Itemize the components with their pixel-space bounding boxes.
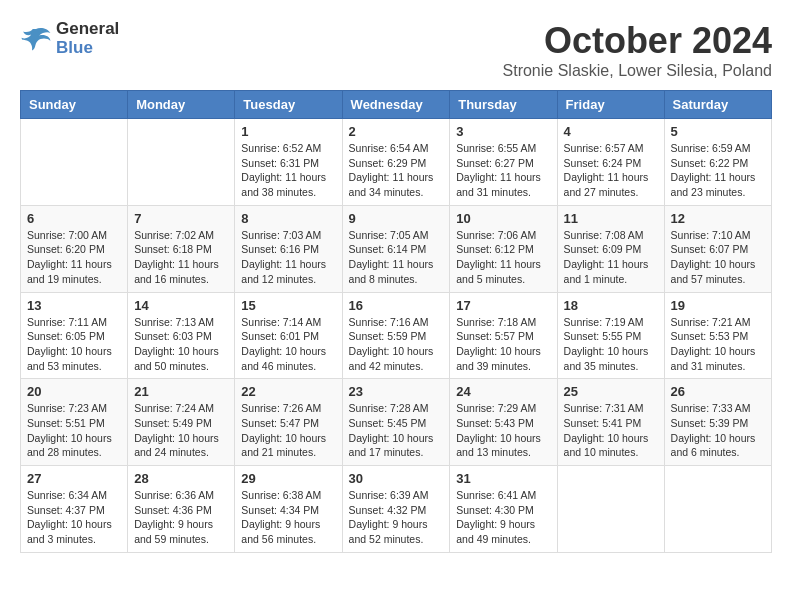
logo-line2: Blue [56,39,119,58]
day-number: 13 [27,298,121,313]
calendar-cell: 27Sunrise: 6:34 AMSunset: 4:37 PMDayligh… [21,466,128,553]
weekday-header: Saturday [664,91,771,119]
logo-icon [20,25,52,53]
day-number: 15 [241,298,335,313]
calendar-cell: 7Sunrise: 7:02 AMSunset: 6:18 PMDaylight… [128,205,235,292]
logo: General Blue [20,20,119,57]
calendar-cell [21,119,128,206]
day-info: Sunrise: 7:13 AMSunset: 6:03 PMDaylight:… [134,315,228,374]
calendar-cell: 21Sunrise: 7:24 AMSunset: 5:49 PMDayligh… [128,379,235,466]
day-number: 6 [27,211,121,226]
day-number: 7 [134,211,228,226]
day-info: Sunrise: 7:33 AMSunset: 5:39 PMDaylight:… [671,401,765,460]
calendar-week-row: 20Sunrise: 7:23 AMSunset: 5:51 PMDayligh… [21,379,772,466]
day-number: 1 [241,124,335,139]
calendar-week-row: 1Sunrise: 6:52 AMSunset: 6:31 PMDaylight… [21,119,772,206]
day-info: Sunrise: 6:57 AMSunset: 6:24 PMDaylight:… [564,141,658,200]
day-info: Sunrise: 7:19 AMSunset: 5:55 PMDaylight:… [564,315,658,374]
title-block: October 2024 Stronie Slaskie, Lower Sile… [503,20,772,80]
calendar-cell: 10Sunrise: 7:06 AMSunset: 6:12 PMDayligh… [450,205,557,292]
day-number: 31 [456,471,550,486]
location: Stronie Slaskie, Lower Silesia, Poland [503,62,772,80]
day-number: 27 [27,471,121,486]
day-number: 23 [349,384,444,399]
calendar-cell: 22Sunrise: 7:26 AMSunset: 5:47 PMDayligh… [235,379,342,466]
calendar-cell: 15Sunrise: 7:14 AMSunset: 6:01 PMDayligh… [235,292,342,379]
day-info: Sunrise: 6:36 AMSunset: 4:36 PMDaylight:… [134,488,228,547]
calendar-cell: 12Sunrise: 7:10 AMSunset: 6:07 PMDayligh… [664,205,771,292]
calendar-cell: 18Sunrise: 7:19 AMSunset: 5:55 PMDayligh… [557,292,664,379]
calendar-cell: 17Sunrise: 7:18 AMSunset: 5:57 PMDayligh… [450,292,557,379]
month-title: October 2024 [503,20,772,62]
day-info: Sunrise: 7:00 AMSunset: 6:20 PMDaylight:… [27,228,121,287]
day-info: Sunrise: 6:55 AMSunset: 6:27 PMDaylight:… [456,141,550,200]
day-number: 12 [671,211,765,226]
day-number: 20 [27,384,121,399]
calendar-cell: 16Sunrise: 7:16 AMSunset: 5:59 PMDayligh… [342,292,450,379]
day-info: Sunrise: 7:16 AMSunset: 5:59 PMDaylight:… [349,315,444,374]
day-number: 24 [456,384,550,399]
calendar-cell: 3Sunrise: 6:55 AMSunset: 6:27 PMDaylight… [450,119,557,206]
calendar-cell [128,119,235,206]
calendar-cell: 2Sunrise: 6:54 AMSunset: 6:29 PMDaylight… [342,119,450,206]
day-info: Sunrise: 6:59 AMSunset: 6:22 PMDaylight:… [671,141,765,200]
day-number: 22 [241,384,335,399]
calendar-cell: 19Sunrise: 7:21 AMSunset: 5:53 PMDayligh… [664,292,771,379]
day-info: Sunrise: 7:23 AMSunset: 5:51 PMDaylight:… [27,401,121,460]
day-info: Sunrise: 7:05 AMSunset: 6:14 PMDaylight:… [349,228,444,287]
calendar-cell: 25Sunrise: 7:31 AMSunset: 5:41 PMDayligh… [557,379,664,466]
weekday-header: Wednesday [342,91,450,119]
calendar-week-row: 27Sunrise: 6:34 AMSunset: 4:37 PMDayligh… [21,466,772,553]
calendar-cell: 9Sunrise: 7:05 AMSunset: 6:14 PMDaylight… [342,205,450,292]
day-info: Sunrise: 7:08 AMSunset: 6:09 PMDaylight:… [564,228,658,287]
calendar-cell: 13Sunrise: 7:11 AMSunset: 6:05 PMDayligh… [21,292,128,379]
day-number: 9 [349,211,444,226]
weekday-header: Monday [128,91,235,119]
day-number: 28 [134,471,228,486]
calendar-cell: 11Sunrise: 7:08 AMSunset: 6:09 PMDayligh… [557,205,664,292]
day-number: 26 [671,384,765,399]
calendar-header-row: SundayMondayTuesdayWednesdayThursdayFrid… [21,91,772,119]
day-number: 18 [564,298,658,313]
calendar-cell: 26Sunrise: 7:33 AMSunset: 5:39 PMDayligh… [664,379,771,466]
calendar-cell: 23Sunrise: 7:28 AMSunset: 5:45 PMDayligh… [342,379,450,466]
day-info: Sunrise: 6:34 AMSunset: 4:37 PMDaylight:… [27,488,121,547]
day-info: Sunrise: 7:06 AMSunset: 6:12 PMDaylight:… [456,228,550,287]
calendar-cell [557,466,664,553]
weekday-header: Thursday [450,91,557,119]
weekday-header: Sunday [21,91,128,119]
day-info: Sunrise: 7:03 AMSunset: 6:16 PMDaylight:… [241,228,335,287]
day-number: 25 [564,384,658,399]
calendar-cell: 1Sunrise: 6:52 AMSunset: 6:31 PMDaylight… [235,119,342,206]
day-number: 30 [349,471,444,486]
calendar-cell: 31Sunrise: 6:41 AMSunset: 4:30 PMDayligh… [450,466,557,553]
weekday-header: Tuesday [235,91,342,119]
day-info: Sunrise: 6:39 AMSunset: 4:32 PMDaylight:… [349,488,444,547]
day-info: Sunrise: 7:02 AMSunset: 6:18 PMDaylight:… [134,228,228,287]
day-info: Sunrise: 6:41 AMSunset: 4:30 PMDaylight:… [456,488,550,547]
calendar-cell: 5Sunrise: 6:59 AMSunset: 6:22 PMDaylight… [664,119,771,206]
day-number: 11 [564,211,658,226]
day-info: Sunrise: 7:26 AMSunset: 5:47 PMDaylight:… [241,401,335,460]
calendar-cell: 6Sunrise: 7:00 AMSunset: 6:20 PMDaylight… [21,205,128,292]
day-number: 29 [241,471,335,486]
calendar-cell: 28Sunrise: 6:36 AMSunset: 4:36 PMDayligh… [128,466,235,553]
day-info: Sunrise: 7:18 AMSunset: 5:57 PMDaylight:… [456,315,550,374]
calendar-cell: 4Sunrise: 6:57 AMSunset: 6:24 PMDaylight… [557,119,664,206]
calendar-week-row: 6Sunrise: 7:00 AMSunset: 6:20 PMDaylight… [21,205,772,292]
day-info: Sunrise: 7:31 AMSunset: 5:41 PMDaylight:… [564,401,658,460]
calendar-cell: 14Sunrise: 7:13 AMSunset: 6:03 PMDayligh… [128,292,235,379]
day-number: 4 [564,124,658,139]
day-info: Sunrise: 7:21 AMSunset: 5:53 PMDaylight:… [671,315,765,374]
day-info: Sunrise: 7:28 AMSunset: 5:45 PMDaylight:… [349,401,444,460]
logo-line1: General [56,20,119,39]
calendar-table: SundayMondayTuesdayWednesdayThursdayFrid… [20,90,772,553]
calendar-cell: 8Sunrise: 7:03 AMSunset: 6:16 PMDaylight… [235,205,342,292]
calendar-week-row: 13Sunrise: 7:11 AMSunset: 6:05 PMDayligh… [21,292,772,379]
day-number: 14 [134,298,228,313]
day-number: 21 [134,384,228,399]
day-info: Sunrise: 7:29 AMSunset: 5:43 PMDaylight:… [456,401,550,460]
day-number: 2 [349,124,444,139]
day-info: Sunrise: 6:52 AMSunset: 6:31 PMDaylight:… [241,141,335,200]
day-number: 16 [349,298,444,313]
